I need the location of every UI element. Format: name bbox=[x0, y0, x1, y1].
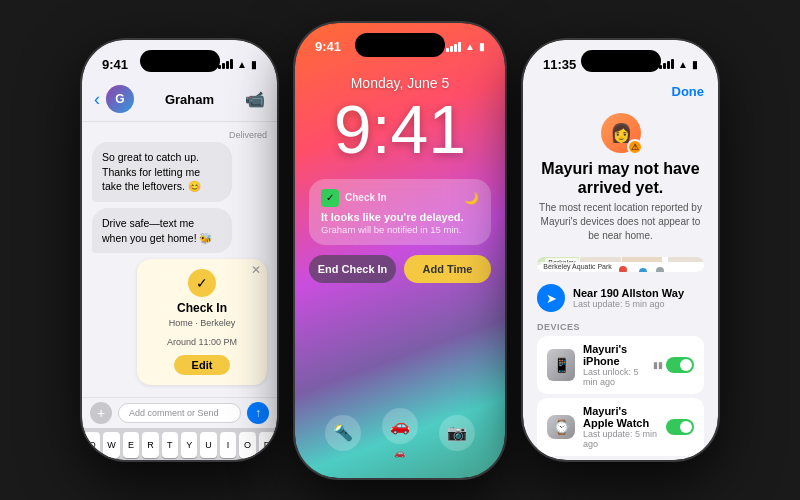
key-e[interactable]: E bbox=[123, 432, 139, 458]
wifi-icon-3: ▲ bbox=[678, 59, 688, 70]
devices-section: DEVICES 📱 Mayuri's iPhone Last unlock: 5… bbox=[523, 318, 718, 460]
torch-icon[interactable]: 🔦 bbox=[325, 415, 361, 451]
checkin-time: Around 11:00 PM bbox=[147, 336, 257, 349]
checkin-app-icon: ✓ bbox=[321, 189, 339, 207]
keyboard-row-1: Q W E R T Y U I O P bbox=[84, 432, 275, 458]
watch-device-right bbox=[666, 419, 694, 435]
map-pin-blue bbox=[637, 266, 649, 272]
message-bubble-2: Drive safe—text me when you get home! 🐝 bbox=[92, 208, 232, 253]
location-text: Near 190 Allston Way Last update: 5 min … bbox=[573, 287, 684, 309]
dynamic-island-2 bbox=[355, 33, 445, 57]
location-row: ➤ Near 190 Allston Way Last update: 5 mi… bbox=[523, 278, 718, 318]
iphone-lockscreen: 9:41 ▲ ▮ Monday, June 5 9:41 bbox=[295, 23, 505, 478]
checkin-edit-button[interactable]: Edit bbox=[174, 355, 231, 375]
iphone-device-name: Mayuri's iPhone bbox=[583, 343, 645, 367]
message-input[interactable]: Add comment or Send bbox=[118, 403, 241, 423]
status-time-1: 9:41 bbox=[102, 57, 128, 72]
signal-icon-1 bbox=[218, 59, 233, 69]
notif-actions: End Check In Add Time bbox=[309, 255, 491, 283]
watch-device-time: Last update: 5 min ago bbox=[583, 429, 658, 449]
keyboard: Q W E R T Y U I O P A S D bbox=[82, 428, 277, 460]
checkin-card: ✕ ✓ Check In Home · Berkeley Around 11:0… bbox=[137, 259, 267, 384]
watch-device-icon: ⌚ bbox=[547, 415, 575, 439]
video-call-button[interactable]: 📹 bbox=[245, 90, 265, 109]
key-w[interactable]: W bbox=[103, 432, 119, 458]
alert-subtitle: The most recent location reported by May… bbox=[537, 201, 704, 243]
messages-screen: 9:41 ▲ ▮ ‹ G bbox=[82, 40, 277, 460]
moon-icon: 🌙 bbox=[464, 191, 479, 205]
back-button[interactable]: ‹ bbox=[94, 89, 100, 110]
key-p[interactable]: P bbox=[259, 432, 275, 458]
send-button[interactable]: ↑ bbox=[247, 402, 269, 424]
map-pin-red bbox=[617, 264, 629, 272]
map-container[interactable]: Berkeley Berkeley Aquatic Park bbox=[537, 257, 704, 272]
key-y[interactable]: Y bbox=[181, 432, 197, 458]
checkin-location: Home · Berkeley bbox=[147, 317, 257, 330]
warning-badge: ⚠ bbox=[627, 139, 643, 155]
dynamic-island-3 bbox=[581, 50, 661, 72]
status-icons-1: ▲ ▮ bbox=[218, 59, 257, 70]
signal-icon-3 bbox=[659, 59, 674, 69]
wifi-icon-1: ▲ bbox=[237, 59, 247, 70]
findmy-screen: 11:35 ▲ ▮ Done bbox=[523, 40, 718, 460]
lock-bottom-controls: 🔦 🚗 🚗 📷 bbox=[295, 398, 505, 478]
map-block-3 bbox=[622, 257, 662, 261]
iphone-device-time: Last unlock: 5 min ago bbox=[583, 367, 645, 387]
car-icon: 🚗 bbox=[382, 408, 418, 444]
iphone-messages: 9:41 ▲ ▮ ‹ G bbox=[82, 40, 277, 460]
iphone-battery-icon: ▮▮ bbox=[653, 360, 663, 370]
message-bubble-1: So great to catch up. Thanks for letting… bbox=[92, 142, 232, 202]
notif-subtitle: Graham will be notified in 15 min. bbox=[321, 224, 479, 235]
checkin-checkmark: ✓ bbox=[188, 269, 216, 297]
scene: 9:41 ▲ ▮ ‹ G bbox=[62, 3, 738, 498]
watch-device-info: Mayuri's Apple Watch Last update: 5 min … bbox=[583, 405, 658, 449]
iphone-findmy: 11:35 ▲ ▮ Done bbox=[523, 40, 718, 460]
camera-icon[interactable]: 📷 bbox=[439, 415, 475, 451]
key-o[interactable]: O bbox=[239, 432, 255, 458]
watch-device-name: Mayuri's Apple Watch bbox=[583, 405, 658, 429]
wifi-icon-2: ▲ bbox=[465, 41, 475, 52]
lockscreen-screen: 9:41 ▲ ▮ Monday, June 5 9:41 bbox=[295, 23, 505, 478]
location-update-time: Last update: 5 min ago bbox=[573, 299, 684, 309]
lock-time: 9:41 bbox=[295, 95, 505, 163]
notif-app-name: Check In bbox=[345, 192, 458, 203]
warning-icon: ⚠ bbox=[631, 142, 639, 152]
key-u[interactable]: U bbox=[200, 432, 216, 458]
key-i[interactable]: I bbox=[220, 432, 236, 458]
device-row-iphone[interactable]: 📱 Mayuri's iPhone Last unlock: 5 min ago… bbox=[537, 336, 704, 394]
aquatic-label: Berkeley Aquatic Park bbox=[540, 262, 614, 271]
done-button[interactable]: Done bbox=[672, 84, 705, 99]
key-r[interactable]: R bbox=[142, 432, 158, 458]
add-time-button[interactable]: Add Time bbox=[404, 255, 491, 283]
dynamic-island-1 bbox=[140, 50, 220, 72]
map-pin-gray bbox=[654, 265, 666, 272]
battery-icon-1: ▮ bbox=[251, 59, 257, 70]
iphone-device-info: Mayuri's iPhone Last unlock: 5 min ago bbox=[583, 343, 645, 387]
checkin-title: Check In bbox=[147, 301, 257, 315]
lock-date: Monday, June 5 bbox=[295, 75, 505, 91]
iphone-toggle[interactable] bbox=[666, 357, 694, 373]
location-name: Near 190 Allston Way bbox=[573, 287, 684, 299]
driving-indicator: 🚗 🚗 bbox=[382, 408, 418, 458]
contact-avatar: G bbox=[106, 85, 134, 113]
end-checkin-button[interactable]: End Check In bbox=[309, 255, 396, 283]
battery-icon-2: ▮ bbox=[479, 41, 485, 52]
message-input-row: + Add comment or Send ↑ bbox=[82, 397, 277, 428]
checkin-close-button[interactable]: ✕ bbox=[251, 263, 261, 277]
alert-title: Mayuri may not have arrived yet. bbox=[537, 159, 704, 197]
lock-notification: ✓ Check In 🌙 It looks like you're delaye… bbox=[309, 179, 491, 245]
device-row-watch[interactable]: ⌚ Mayuri's Apple Watch Last update: 5 mi… bbox=[537, 398, 704, 456]
watch-toggle[interactable] bbox=[666, 419, 694, 435]
driving-label: 🚗 bbox=[394, 448, 405, 458]
delivered-label: Delivered bbox=[92, 130, 267, 140]
key-q[interactable]: Q bbox=[84, 432, 100, 458]
key-t[interactable]: T bbox=[162, 432, 178, 458]
map-grid: Berkeley Berkeley Aquatic Park bbox=[537, 257, 704, 272]
status-time-3: 11:35 bbox=[543, 57, 576, 72]
alert-avatar-container: 👩 ⚠ bbox=[601, 113, 641, 153]
add-attachment-button[interactable]: + bbox=[90, 402, 112, 424]
iphone-device-right: ▮▮ bbox=[653, 357, 694, 373]
status-icons-3: ▲ ▮ bbox=[659, 59, 698, 70]
status-icons-2: ▲ ▮ bbox=[446, 41, 485, 52]
notif-header: ✓ Check In 🌙 bbox=[321, 189, 479, 207]
